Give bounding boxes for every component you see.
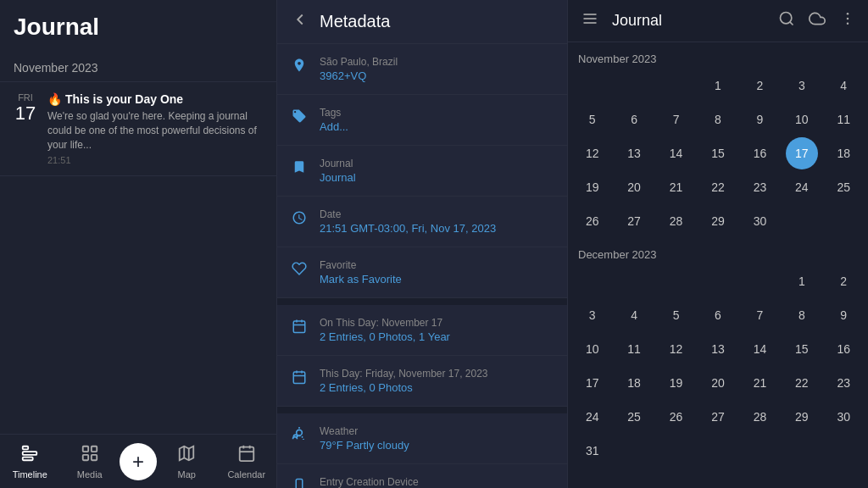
add-entry-button[interactable]: + <box>120 443 157 480</box>
left-header: Journal <box>0 0 276 54</box>
entry-item[interactable]: FRI 17 🔥 This is your Day One We're so g… <box>0 82 276 176</box>
cal-day-dec-29[interactable]: 29 <box>786 401 818 433</box>
nav-timeline[interactable]: Timeline <box>0 444 60 480</box>
cal-day-nov-7[interactable]: 7 <box>660 103 693 136</box>
cal-day-nov-10[interactable]: 10 <box>786 103 818 136</box>
more-options-button[interactable] <box>834 7 861 35</box>
journal-value: Journal <box>320 171 356 184</box>
metadata-date[interactable]: Date 21:51 GMT-03:00, Fri, Nov 17, 2023 <box>277 197 567 247</box>
cal-day-dec-23[interactable]: 23 <box>827 367 860 399</box>
cal-empty <box>660 69 693 102</box>
back-button[interactable] <box>291 10 309 33</box>
cal-day-nov-21[interactable]: 21 <box>660 171 693 203</box>
metadata-weather[interactable]: Weather 79°F Partly cloudy <box>277 413 567 464</box>
cal-day-dec-31[interactable]: 31 <box>576 435 609 467</box>
cal-day-dec-21[interactable]: 21 <box>743 367 776 399</box>
cal-day-nov-12[interactable]: 12 <box>576 137 609 169</box>
cal-day-dec-7[interactable]: 7 <box>743 299 776 331</box>
cal-day-dec-15[interactable]: 15 <box>786 333 818 365</box>
cal-day-dec-1[interactable]: 1 <box>786 265 818 297</box>
nav-media[interactable]: Media <box>60 444 120 480</box>
cal-day-dec-6[interactable]: 6 <box>702 299 734 331</box>
cal-day-nov-26[interactable]: 26 <box>576 205 609 237</box>
cal-day-nov-2[interactable]: 2 <box>743 69 776 102</box>
cal-day-dec-9[interactable]: 9 <box>827 299 860 331</box>
cal-day-dec-18[interactable]: 18 <box>618 367 650 399</box>
cal-day-dec-17[interactable]: 17 <box>576 367 609 399</box>
metadata-journal[interactable]: Journal Journal <box>277 146 567 197</box>
cal-empty <box>743 265 776 297</box>
cal-day-dec-22[interactable]: 22 <box>786 367 818 399</box>
cal-day-dec-14[interactable]: 14 <box>743 333 776 365</box>
cal-day-dec-26[interactable]: 26 <box>660 401 693 433</box>
cal-day-nov-6[interactable]: 6 <box>618 103 650 136</box>
cloud-icon[interactable] <box>804 7 831 35</box>
cal-day-nov-15[interactable]: 15 <box>702 137 734 169</box>
cal-day-nov-20[interactable]: 20 <box>618 171 650 203</box>
cal-day-dec-24[interactable]: 24 <box>576 401 609 433</box>
nav-calendar[interactable]: Calendar <box>217 444 277 480</box>
cal-day-dec-27[interactable]: 27 <box>702 401 734 433</box>
cal-empty <box>618 265 650 297</box>
cal-day-nov-16[interactable]: 16 <box>743 137 776 169</box>
entry-time: 21:51 <box>47 155 263 165</box>
hamburger-icon[interactable] <box>575 7 605 35</box>
location-content: São Paulo, Brazil 3962+VQ <box>320 56 398 82</box>
metadata-this-day[interactable]: This Day: Friday, November 17, 2023 2 En… <box>277 356 567 407</box>
cal-day-dec-10[interactable]: 10 <box>576 333 609 365</box>
cal-day-nov-29[interactable]: 29 <box>702 205 734 237</box>
cal-day-dec-20[interactable]: 20 <box>702 367 734 399</box>
november-label: November 2023 <box>568 46 868 69</box>
cal-day-dec-16[interactable]: 16 <box>827 333 860 365</box>
nav-map[interactable]: Map <box>157 444 217 480</box>
cal-empty <box>660 265 693 297</box>
cal-day-nov-3[interactable]: 3 <box>786 69 818 102</box>
cal-day-nov-4[interactable]: 4 <box>827 69 860 102</box>
cal-day-nov-11[interactable]: 11 <box>827 103 860 136</box>
cal-day-nov-18[interactable]: 18 <box>827 137 860 169</box>
cal-day-dec-8[interactable]: 8 <box>786 299 818 331</box>
cal-day-nov-13[interactable]: 13 <box>618 137 650 169</box>
search-button[interactable] <box>773 7 800 35</box>
cal-day-nov-24[interactable]: 24 <box>786 171 818 203</box>
cal-day-dec-19[interactable]: 19 <box>660 367 693 399</box>
cal-day-nov-14[interactable]: 14 <box>660 137 693 169</box>
this-day-icon <box>291 369 308 389</box>
cal-day-nov-28[interactable]: 28 <box>660 205 693 237</box>
metadata-tags[interactable]: Tags Add... <box>277 95 567 146</box>
cal-day-nov-23[interactable]: 23 <box>743 171 776 203</box>
cal-day-nov-8[interactable]: 8 <box>702 103 734 136</box>
cal-day-dec-30[interactable]: 30 <box>827 401 860 433</box>
cal-day-dec-12[interactable]: 12 <box>660 333 693 365</box>
cal-day-dec-5[interactable]: 5 <box>660 299 693 331</box>
cal-day-nov-17[interactable]: 17 <box>786 137 818 169</box>
cal-day-nov-30[interactable]: 30 <box>743 205 776 237</box>
cal-day-nov-19[interactable]: 19 <box>576 171 609 203</box>
cal-day-nov-25[interactable]: 25 <box>827 171 860 203</box>
metadata-title: Metadata <box>320 12 390 31</box>
cal-day-dec-25[interactable]: 25 <box>618 401 650 433</box>
cal-day-dec-3[interactable]: 3 <box>576 299 609 331</box>
cal-day-nov-1[interactable]: 1 <box>702 69 734 102</box>
cal-day-dec-11[interactable]: 11 <box>618 333 650 365</box>
journal-icon <box>291 159 308 179</box>
svg-rect-0 <box>23 446 28 449</box>
right-panel: Journal November 2023 123456789101112131… <box>568 0 868 488</box>
tags-label: Tags <box>320 107 348 119</box>
metadata-location[interactable]: São Paulo, Brazil 3962+VQ <box>277 44 567 95</box>
cal-day-dec-2[interactable]: 2 <box>827 265 860 297</box>
favorite-content: Favorite Mark as Favorite <box>320 259 402 286</box>
cal-day-nov-27[interactable]: 27 <box>618 205 650 237</box>
cal-day-dec-28[interactable]: 28 <box>743 401 776 433</box>
cal-day-nov-5[interactable]: 5 <box>576 103 609 136</box>
metadata-favorite[interactable]: Favorite Mark as Favorite <box>277 247 567 298</box>
app-title: Journal <box>14 14 263 41</box>
on-this-day-icon <box>291 319 308 338</box>
cal-day-dec-4[interactable]: 4 <box>618 299 650 331</box>
cal-day-dec-13[interactable]: 13 <box>702 333 734 365</box>
cal-day-nov-9[interactable]: 9 <box>743 103 776 136</box>
timeline-label: Timeline <box>13 469 47 480</box>
metadata-device[interactable]: Entry Creation Device SM-S908E, samsung,… <box>277 464 567 488</box>
cal-day-nov-22[interactable]: 22 <box>702 171 734 203</box>
metadata-on-this-day[interactable]: On This Day: November 17 2 Entries, 0 Ph… <box>277 305 567 356</box>
